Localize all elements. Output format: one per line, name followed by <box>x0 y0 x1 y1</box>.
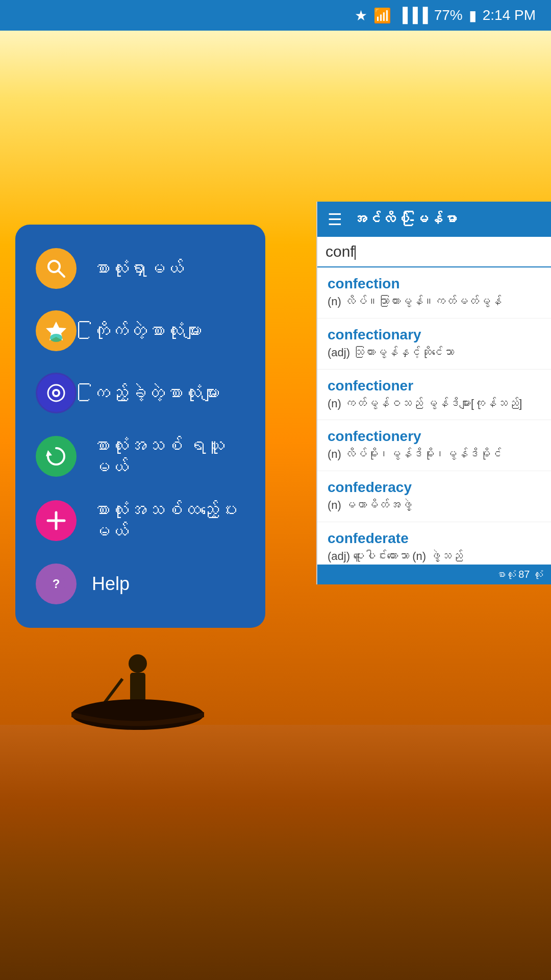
water-area <box>0 725 551 980</box>
dict-entry-1[interactable]: confectionary (adj) သကြားမွန်နှင့်ဆိုင်သ… <box>317 318 551 370</box>
menu-label-update: စာလုံးအသစ် ရယူမယ် <box>92 435 245 478</box>
menu-panel: စာလုံးရှာမယ် ကြိုက်တဲ့စာလုံးများ ကြည့်ခဲ… <box>15 225 265 628</box>
dict-entry-5[interactable]: confederate (adj) ပူးပေါင်းထားသော (n) ဖွ… <box>317 522 551 565</box>
search-menu-icon <box>36 248 77 289</box>
menu-label-add: စာလုံးအသစ်ထည့်ပေးမယ် <box>92 499 245 542</box>
status-icons: ★ 📶 ▐▐▐ 77% ▮ 2:14 PM <box>355 7 536 24</box>
dict-entry-2[interactable]: confectioner (n) ကတ်မွန်ဝသည် မွန်ဒိများ[… <box>317 370 551 421</box>
svg-marker-24 <box>46 450 52 456</box>
dict-entry-4[interactable]: confederacy (n) မဟာမိတ်အဖွဲ့ <box>317 471 551 522</box>
menu-item-update[interactable]: စာလုံးအသစ် ရယူမယ် <box>26 427 255 486</box>
dict-entry-3[interactable]: confectionery (n) လိပ်မိုး၊မွန်ဒိမိုး၊မွ… <box>317 420 551 471</box>
help-menu-icon: ? <box>36 564 77 604</box>
entry-def-5: (adj) ပူးပေါင်းထားသော (n) ဖွဲ့သည် <box>328 549 541 565</box>
update-menu-icon <box>36 436 77 477</box>
status-bar: ★ 📶 ▐▐▐ 77% ▮ 2:14 PM <box>0 0 551 31</box>
dict-footer: စာလုံး 87 လုံး <box>317 565 551 584</box>
svg-point-23 <box>54 391 58 395</box>
menu-label-favorites: ကြိုက်တဲ့စာလုံးများ <box>92 320 202 341</box>
menu-item-favorites[interactable]: ကြိုက်တဲ့စာလုံးများ <box>26 302 255 359</box>
entry-def-1: (adj) သကြားမွန်နှင့်ဆိုင်သော <box>328 345 541 361</box>
dict-results: confection (n) လိပ်။သာကြားမွန်။ကတ်မတ်မွန… <box>317 267 551 565</box>
signal-icon: ▐▐▐ <box>397 7 428 23</box>
wifi-icon: 📶 <box>373 7 391 24</box>
entry-word-3: confectionery <box>328 428 541 445</box>
dict-header: ☰ အင်လိပ်-မြန်မာ <box>317 202 551 237</box>
entry-def-2: (n) ကတ်မွန်ဝသည် မွန်ဒိများ[ကုန်သည်] <box>328 396 541 412</box>
menu-label-help: Help <box>92 573 130 595</box>
battery-percentage: 77% <box>434 7 463 23</box>
clock: 2:14 PM <box>483 7 536 23</box>
bluetooth-icon: ★ <box>355 7 367 24</box>
menu-item-search[interactable]: စာလုံးရှာမယ် <box>26 240 255 297</box>
dict-entry-0[interactable]: confection (n) လိပ်။သာကြားမွန်။ကတ်မတ်မွန… <box>317 267 551 318</box>
menu-item-help[interactable]: ? Help <box>26 555 255 612</box>
svg-rect-1 <box>130 673 145 703</box>
entry-word-2: confectioner <box>328 378 541 394</box>
entry-word-4: confederacy <box>328 479 541 496</box>
entry-word-0: confection <box>328 276 541 292</box>
dict-title: အင်လိပ်-မြန်မာ <box>353 211 457 228</box>
search-text: conf <box>325 243 355 260</box>
svg-text:?: ? <box>53 577 60 591</box>
menu-label-history: ကြည့်ခဲ့တဲ့စာလုံးများ <box>92 382 220 404</box>
entry-def-4: (n) မဟာမိတ်အဖွဲ့ <box>328 498 541 513</box>
add-menu-icon <box>36 500 77 541</box>
svg-line-18 <box>58 271 64 277</box>
menu-item-history[interactable]: ကြည့်ခဲ့တဲ့စာလုံးများ <box>26 364 255 422</box>
entry-word-1: confectionary <box>328 327 541 343</box>
menu-item-add[interactable]: စာလုံးအသစ်ထည့်ပေးမယ် <box>26 491 255 550</box>
history-menu-icon <box>36 373 77 413</box>
search-cursor <box>355 246 356 260</box>
boat-silhouette <box>61 633 214 735</box>
battery-icon: ▮ <box>469 7 477 24</box>
entry-def-3: (n) လိပ်မိုး၊မွန်ဒိမိုး၊မွန်ဒိမိုင် <box>328 447 541 462</box>
svg-point-0 <box>129 654 147 673</box>
svg-point-20 <box>50 334 62 342</box>
favorites-menu-icon <box>36 310 77 351</box>
entry-word-5: confederate <box>328 530 541 547</box>
dictionary-panel: ☰ အင်လိပ်-မြန်မာ conf confection (n) လိပ… <box>316 202 551 584</box>
search-bar[interactable]: conf <box>317 237 551 267</box>
dict-footer-text: စာလုံး 87 လုံး <box>495 569 543 580</box>
entry-def-0: (n) လိပ်။သာကြားမွန်။ကတ်မတ်မွန် <box>328 294 541 310</box>
menu-label-search: စာလုံးရှာမယ် <box>92 258 184 279</box>
search-input-display[interactable]: conf <box>325 243 543 260</box>
hamburger-icon[interactable]: ☰ <box>328 211 342 228</box>
